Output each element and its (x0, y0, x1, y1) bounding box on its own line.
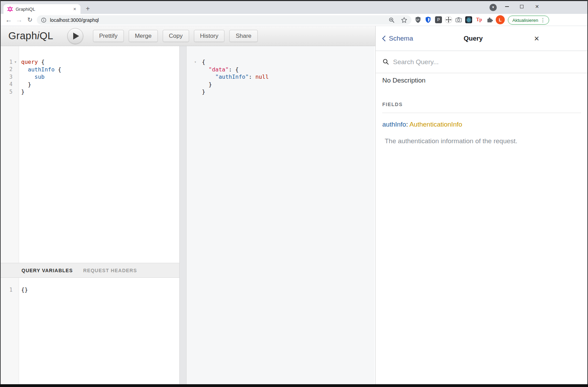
query-editor[interactable]: 1▾2345 query { authInfo { sub }} (0, 46, 179, 263)
site-info-icon[interactable] (41, 17, 46, 23)
history-button[interactable]: History (194, 30, 225, 42)
editor-divider[interactable] (179, 46, 187, 384)
line-number: 1 (0, 287, 12, 293)
window-edge (0, 0, 1, 387)
graphql-favicon-icon (7, 6, 13, 12)
bookmark-star-icon[interactable] (401, 17, 407, 23)
doc-explorer-header: Schema Query ✕ (376, 26, 588, 51)
move-extension-icon[interactable] (444, 14, 453, 26)
doc-fields-header: FIELDS (382, 102, 581, 113)
result-line: "data": { (187, 66, 375, 74)
doc-field-description: The authentication information of the re… (382, 137, 581, 145)
ublock-extension-icon[interactable] (414, 14, 423, 26)
camera-extension-icon[interactable] (454, 14, 463, 26)
extensions-puzzle-icon[interactable] (485, 14, 494, 26)
doc-field-row: authInfo: AuthenticationInfo (382, 121, 581, 128)
variables-editor[interactable]: 1 {} (0, 278, 179, 384)
code-line: authInfo { (21, 66, 179, 74)
variables-editor-gutter: 1 (0, 278, 19, 384)
update-button[interactable]: Aktualisieren ⋮ (508, 16, 549, 25)
graphiql-topbar: GraphiQL Prettify Merge Copy History Sha… (0, 26, 375, 46)
result-line: "authInfo": null (187, 73, 375, 81)
forward-icon[interactable]: → (15, 14, 24, 26)
gutter-row: 1 (0, 286, 19, 294)
new-tab-button[interactable]: + (83, 5, 92, 14)
doc-no-description: No Description (382, 77, 581, 84)
window-edge (0, 384, 588, 387)
code-token: "authInfo" (215, 74, 249, 80)
line-number: 1 (0, 59, 12, 65)
back-icon[interactable]: ← (4, 14, 13, 26)
code-token: query (21, 59, 38, 65)
gutter-row: 1▾ (0, 58, 19, 66)
p-extension-icon[interactable]: P (434, 14, 443, 26)
search-icon (383, 59, 389, 65)
address-bar[interactable]: localhost:3000/graphql (37, 15, 411, 25)
line-number: 2 (0, 66, 12, 72)
code-token: } (202, 88, 205, 95)
code-token: { (54, 66, 61, 73)
copy-button[interactable]: Copy (163, 30, 189, 42)
tab-close-icon[interactable]: ✕ (72, 6, 78, 12)
doc-field-type-link[interactable]: AuthenticationInfo (409, 121, 462, 128)
code-token: {} (21, 286, 28, 293)
result-viewer[interactable]: ▾{ "data": { "authInfo": null }} (187, 46, 375, 384)
graphiql-app: GraphiQL Prettify Merge Copy History Sha… (0, 26, 588, 384)
gutter-row: 3 (0, 73, 19, 81)
code-line: } (21, 81, 179, 88)
code-token (202, 74, 215, 80)
code-line: query { (21, 58, 179, 66)
result-line: } (187, 81, 375, 88)
graphiql-logo: GraphiQL (8, 30, 53, 42)
fold-arrow-icon[interactable]: ▾ (12, 60, 18, 64)
doc-title: Query (376, 26, 571, 51)
code-line: sub (21, 73, 179, 81)
browser-menu-icon[interactable]: ⋮ (538, 17, 547, 23)
tab-request-headers[interactable]: REQUEST HEADERS (83, 268, 137, 273)
bitwarden-extension-icon[interactable] (424, 14, 433, 26)
prettify-button[interactable]: Prettify (93, 30, 124, 42)
url-text: localhost:3000/graphql (50, 17, 389, 23)
line-number: 4 (0, 81, 12, 87)
execute-button[interactable] (67, 28, 83, 44)
code-token: "data" (208, 66, 229, 73)
merge-button[interactable]: Merge (129, 30, 158, 42)
browser-window: GraphiQL ✕ + ▼ ✕ ← → ↻ localhost:3000/gr… (0, 0, 588, 387)
result-line: ▾{ (187, 58, 375, 66)
minimize-button[interactable] (500, 1, 514, 12)
doc-close-button[interactable]: ✕ (534, 26, 539, 51)
maximize-button[interactable] (515, 1, 529, 12)
code-token: { (38, 59, 44, 65)
doc-explorer: Schema Query ✕ No Description FIELDS aut… (375, 26, 588, 384)
doc-search-input[interactable] (393, 58, 539, 66)
variable-editor-tabs: QUERY VARIABLES REQUEST HEADERS (0, 263, 179, 278)
code-token: { (202, 59, 205, 65)
window-close-button[interactable]: ✕ (530, 1, 544, 12)
browser-tab[interactable]: GraphiQL ✕ (3, 4, 80, 14)
result-line: } (187, 88, 375, 96)
code-token: } (21, 81, 31, 88)
code-token: authInfo (28, 66, 54, 73)
code-token: sub (35, 74, 45, 80)
reload-icon[interactable]: ↻ (25, 14, 34, 26)
code-token (21, 66, 28, 73)
code-token: : (249, 74, 255, 80)
line-number: 5 (0, 89, 12, 95)
profile-avatar[interactable]: L (495, 14, 505, 26)
gutter-row: 4 (0, 81, 19, 88)
query-editor-gutter: 1▾2345 (0, 46, 19, 263)
share-button[interactable]: Share (229, 30, 257, 42)
code-token: : { (229, 66, 239, 73)
doc-field-name[interactable]: authInfo (382, 121, 406, 128)
code-line: } (21, 88, 179, 96)
code-token: null (255, 74, 269, 80)
browser-toolbar: ← → ↻ localhost:3000/graphql (0, 14, 588, 26)
gutter-row: 2 (0, 66, 19, 74)
zoom-icon[interactable] (389, 17, 395, 23)
tp-extension-icon[interactable]: Tp (475, 14, 484, 26)
chevron-down-badge-icon[interactable]: ▼ (489, 4, 497, 11)
tab-query-variables[interactable]: QUERY VARIABLES (22, 268, 73, 273)
gutter-row: 5 (0, 88, 19, 96)
react-devtools-icon[interactable] (464, 14, 473, 26)
fold-arrow-icon[interactable]: ▾ (194, 58, 196, 66)
